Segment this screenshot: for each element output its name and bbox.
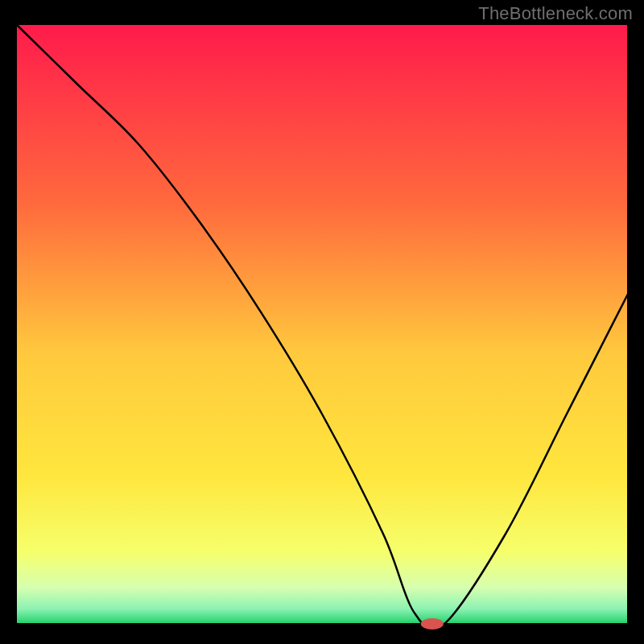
optimal-marker — [421, 618, 444, 630]
chart-frame: TheBottleneck.com — [0, 0, 644, 644]
chart-svg — [0, 0, 644, 644]
watermark-label: TheBottleneck.com — [478, 3, 633, 24]
